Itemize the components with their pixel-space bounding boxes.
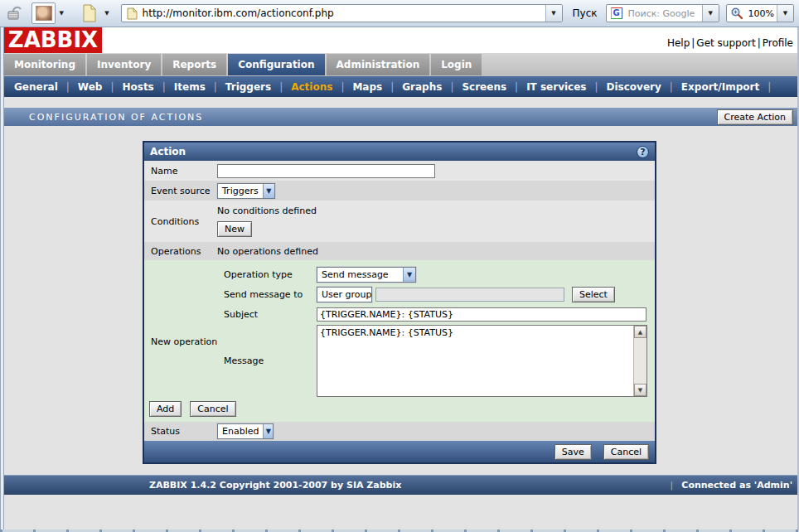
event-source-row: Event source Triggers ▼ (144, 181, 655, 201)
add-operation-button[interactable]: Add (149, 401, 182, 417)
send-to-label: Send message to (224, 289, 317, 300)
zoom-control[interactable]: 100% ▼ (726, 4, 794, 22)
separator (110, 81, 114, 93)
address-bar[interactable]: http://monitor.ibm.com/actionconf.php ▼ (121, 4, 563, 22)
dialog-title: Action (150, 146, 637, 157)
subnav-actions[interactable]: Actions (289, 81, 334, 93)
separator (279, 81, 283, 93)
separator (450, 81, 453, 93)
event-source-select[interactable]: Triggers ▼ (217, 183, 275, 199)
operation-type-label: Operation type (224, 269, 317, 280)
save-button[interactable]: Save (554, 444, 592, 460)
conditions-empty-text: No conditions defined (217, 206, 317, 216)
profile-link[interactable]: Profile (763, 37, 793, 49)
name-label: Name (144, 166, 217, 177)
tab-reports[interactable]: Reports (162, 54, 226, 75)
create-action-button[interactable]: Create Action (717, 109, 794, 125)
textarea-scrollbar[interactable]: ▲ ▼ (633, 326, 646, 396)
subnav-hosts[interactable]: Hosts (120, 81, 155, 93)
connected-as-text: Connected as 'Admin' (681, 480, 792, 491)
new-operation-section: New operation Operation type Send messag… (144, 260, 655, 422)
document-dropdown-icon[interactable]: ▼ (101, 2, 112, 24)
message-textarea[interactable]: {TRIGGER.NAME}: {STATUS} ▲ ▼ (317, 325, 647, 397)
tab-inventory[interactable]: Inventory (87, 54, 161, 75)
dialog-title-bar: Action ? (144, 143, 655, 161)
subnav-general[interactable]: General (12, 81, 60, 93)
subnav-export-import[interactable]: Export/Import (680, 81, 761, 93)
zabbix-logo[interactable]: ZABBIX (4, 27, 102, 53)
scroll-down-icon[interactable]: ▼ (634, 384, 646, 396)
thumbnail-dropdown-icon[interactable]: ▼ (56, 2, 66, 24)
url-text[interactable]: http://monitor.ibm.com/actionconf.php (143, 7, 545, 19)
thumbnail-image (36, 6, 52, 21)
new-condition-button[interactable]: New (217, 221, 252, 237)
open-padlock-icon (7, 6, 25, 21)
separator (341, 81, 344, 93)
status-select[interactable]: Enabled ▼ (217, 423, 274, 439)
cancel-button[interactable]: Cancel (603, 444, 649, 460)
google-icon: G (611, 7, 622, 19)
operations-label: Operations (144, 246, 217, 257)
go-button[interactable]: Пуск (573, 7, 598, 19)
message-text[interactable]: {TRIGGER.NAME}: {STATUS} (317, 326, 633, 396)
spacer (4, 495, 797, 529)
subnav-web[interactable]: Web (76, 81, 104, 93)
status-label: Status (144, 426, 217, 437)
page-thumbnail-button[interactable] (31, 2, 56, 24)
subject-input[interactable] (317, 307, 646, 322)
operations-row: Operations No operations defined (144, 242, 655, 260)
separator (214, 81, 217, 93)
separator (671, 480, 674, 491)
get-support-link[interactable]: Get support (696, 37, 755, 49)
operation-type-value: Send message (317, 268, 403, 282)
subnav-items[interactable]: Items (172, 81, 207, 93)
subnav-discovery[interactable]: Discovery (605, 81, 663, 93)
subnav-graphs[interactable]: Graphs (400, 81, 443, 93)
search-input[interactable] (627, 7, 702, 20)
document-button[interactable] (77, 2, 101, 24)
tab-monitoring[interactable]: Monitoring (4, 54, 85, 75)
zoom-dropdown-icon[interactable]: ▼ (777, 5, 793, 22)
status-value: Enabled (218, 424, 263, 438)
operation-buttons-row: Add Cancel (144, 401, 655, 417)
help-link[interactable]: Help (667, 37, 690, 49)
address-dropdown-icon[interactable]: ▼ (545, 5, 562, 22)
security-lock-icon[interactable] (7, 2, 25, 24)
header-links: Help Get support Profile (667, 37, 793, 49)
chevron-down-icon[interactable]: ▼ (263, 424, 273, 438)
subnav-screens[interactable]: Screens (460, 81, 508, 93)
subnav-maps[interactable]: Maps (351, 81, 384, 93)
chevron-down-icon[interactable]: ▼ (263, 184, 274, 198)
tab-administration[interactable]: Administration (327, 54, 430, 75)
tab-login[interactable]: Login (431, 54, 482, 75)
cancel-operation-button[interactable]: Cancel (190, 401, 235, 417)
search-dropdown-icon[interactable]: ▼ (702, 5, 719, 22)
action-dialog: Action ? Name Event source Triggers ▼ (143, 141, 656, 464)
select-button[interactable]: Select (572, 287, 615, 302)
zoom-level: 100% (746, 8, 777, 19)
conditions-row: Conditions No conditions defined New (144, 201, 655, 242)
url-page-icon (127, 7, 138, 20)
send-to-target-input (375, 288, 564, 302)
sub-nav: General Web Hosts Items Triggers Actions… (4, 76, 797, 97)
event-source-label: Event source (144, 186, 217, 196)
send-to-select[interactable]: User group ▼ (317, 287, 372, 302)
subnav-it-services[interactable]: IT services (525, 81, 588, 93)
help-icon[interactable]: ? (637, 146, 649, 158)
scroll-up-icon[interactable]: ▲ (634, 326, 646, 338)
separator (758, 37, 761, 49)
separator (768, 81, 771, 93)
send-to-row: Send message to User group ▼ Select (224, 284, 655, 304)
copyright-text: ZABBIX 1.4.2 Copyright 2001-2007 by SIA … (149, 480, 401, 491)
event-source-value: Triggers (218, 184, 263, 198)
search-box[interactable]: G ▼ (606, 4, 719, 22)
tab-configuration[interactable]: Configuration (228, 54, 324, 75)
operation-type-select[interactable]: Send message ▼ (317, 267, 416, 283)
name-input[interactable] (217, 164, 435, 178)
operations-empty-text: No operations defined (217, 246, 318, 257)
status-row: Status Enabled ▼ (144, 422, 655, 441)
page-viewport: ZABBIX Help Get support Profile Monitori… (0, 27, 799, 532)
page-content: Action ? Name Event source Triggers ▼ (4, 126, 797, 475)
chevron-down-icon[interactable]: ▼ (403, 268, 415, 282)
subnav-triggers[interactable]: Triggers (224, 81, 273, 93)
